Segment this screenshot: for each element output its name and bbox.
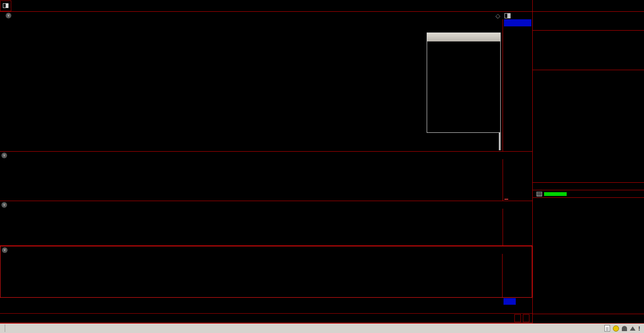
price-axis (503, 19, 532, 151)
index-data-rows (533, 70, 644, 182)
window-icon-glyph (3, 3, 8, 8)
indicator-tab-bar (0, 305, 532, 314)
bid-ask-bars (533, 12, 644, 31)
signal-icon[interactable] (630, 326, 636, 331)
kdj-section-selected[interactable]: ∨ (0, 246, 532, 298)
diamond-icon[interactable]: ◇ (495, 13, 500, 19)
volume-chart-pane[interactable] (0, 159, 532, 201)
top-menu-bar (0, 0, 644, 12)
cursor-price-tag (504, 19, 531, 26)
tick-list (533, 198, 644, 314)
extension-right (514, 314, 532, 322)
cup-icon[interactable] (622, 326, 627, 331)
status-icons: ! (604, 325, 642, 332)
window-icon[interactable] (0, 0, 11, 11)
main-area: ∨ ◇ (0, 12, 644, 323)
turnover-rows (533, 31, 644, 70)
price-pane-title: ∨ ◇ (0, 12, 532, 19)
advance-decline-row (533, 182, 644, 190)
kdj-axis (502, 254, 532, 297)
main-net-row (533, 190, 644, 198)
report-icon[interactable] (604, 325, 610, 332)
quote-panel (533, 12, 644, 323)
kline-tooltip (427, 32, 501, 133)
detail-list-icon[interactable] (537, 192, 542, 196)
macd-axis (503, 209, 532, 245)
layout-split-icon[interactable] (504, 13, 511, 18)
volume-unit-label (504, 199, 508, 200)
volume-pane-title: ∨ (0, 152, 532, 159)
status-bar: ! (0, 323, 644, 333)
kdj-pane-title: ∨ (0, 246, 532, 254)
collapse-chevron-icon[interactable]: ∨ (1, 202, 7, 208)
collapse-chevron-icon[interactable]: ∨ (1, 153, 7, 158)
volume-axis (503, 159, 532, 201)
divider (5, 325, 5, 332)
kdj-chart-pane[interactable] (0, 254, 532, 297)
coin-icon[interactable] (613, 325, 619, 332)
alert-icon[interactable]: ! (638, 325, 640, 332)
tooltip-titlebar (427, 33, 500, 41)
macd-chart-pane[interactable] (0, 209, 532, 246)
chart-column: ∨ ◇ (0, 12, 533, 323)
sidebar-toggle-button[interactable] (523, 314, 529, 322)
trading-terminal: ∨ ◇ (0, 0, 644, 333)
period-menu (0, 0, 533, 11)
graphic-f10-button[interactable] (514, 314, 521, 322)
time-cursor-box (504, 298, 516, 305)
price-chart-pane[interactable] (0, 19, 532, 152)
collapse-chevron-icon[interactable]: ∨ (2, 247, 8, 253)
main-net-bar (544, 192, 567, 196)
macd-pane-title: ∨ (0, 201, 532, 209)
extension-bar (0, 314, 532, 323)
quote-panel-tabs (533, 314, 644, 323)
collapse-chevron-icon[interactable]: ∨ (6, 13, 11, 18)
symbol-header (533, 0, 644, 11)
time-axis (0, 298, 532, 305)
